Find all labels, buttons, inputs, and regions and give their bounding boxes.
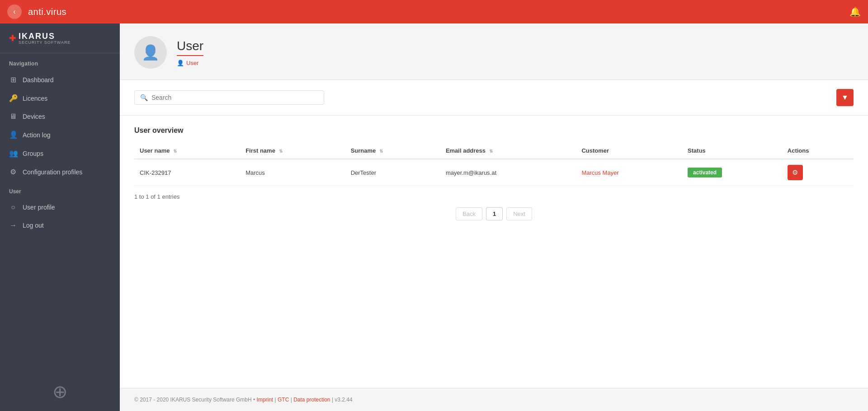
section-title: User overview [134,126,854,135]
footer-bullet: • [253,397,257,403]
sidebar-item-user-profile[interactable]: ○ User profile [0,198,120,216]
nav-section-label: Navigation [0,53,120,70]
search-bar-area: 🔍 ▼ [120,80,868,116]
role-icon: 👤 [177,60,184,66]
table-row: CIK-232917 Marcus DerTester mayer.m@ikar… [134,159,854,186]
profile-avatar: 👤 [134,36,167,69]
cell-email: mayer.m@ikarus.at [440,159,576,186]
cell-status: activated [682,159,782,186]
sidebar-item-licences[interactable]: 🔑 Licences [0,89,120,107]
profile-header: 👤 User 👤 User [120,23,868,80]
col-status-label: Status [688,147,706,154]
cell-firstname: Marcus [240,159,345,186]
footer: © 2017 - 2020 IKARUS Security Software G… [120,388,868,411]
avatar-icon: 👤 [142,44,160,61]
pagination: Back 1 Next [134,207,854,220]
col-status: Status [682,143,782,159]
search-input-wrap: 🔍 [134,90,324,105]
col-email-label: Email address [446,147,486,154]
col-surname: Surname ⇅ [345,143,440,159]
sidebar-item-label: Configuration profiles [23,168,82,176]
filter-button[interactable]: ▼ [836,89,854,106]
sort-icon-username[interactable]: ⇅ [173,149,177,154]
dashboard-icon: ⊞ [9,75,17,84]
sidebar-item-label: User profile [23,204,55,211]
sidebar-bottom-decoration: ⊕ [0,372,120,411]
sort-icon-email[interactable]: ⇅ [489,149,493,154]
footer-link-data-protection[interactable]: Data protection [293,397,330,403]
footer-link-gtc[interactable]: GTC [278,397,289,403]
groups-icon: 👥 [9,149,17,158]
sidebar-item-label: Dashboard [23,76,54,84]
action-settings-button[interactable]: ⚙ [788,165,803,180]
customer-link[interactable]: Marcus Mayer [581,169,618,176]
profile-role-label: User [186,60,198,66]
sidebar-item-dashboard[interactable]: ⊞ Dashboard [0,70,120,89]
sidebar-item-label: Licences [23,95,47,102]
footer-link-imprint[interactable]: Imprint [257,397,274,403]
topbar-title: anti.virus [28,7,66,17]
col-firstname: First name ⇅ [240,143,345,159]
col-firstname-label: First name [245,147,275,154]
sidebar-logo: ✚ IKARUS SECURITY SOFTWARE [0,23,120,53]
col-actions-label: Actions [788,147,809,154]
sidebar-item-label: Groups [23,150,43,157]
logo-cross: ✚ [9,33,16,43]
topbar: ‹ anti.virus 🔔 [0,0,868,23]
main-layout: ✚ IKARUS SECURITY SOFTWARE Navigation ⊞ … [0,23,868,411]
cell-username: CIK-232917 [134,159,240,186]
user-profile-icon: ○ [9,203,17,211]
sort-icon-firstname[interactable]: ⇅ [279,149,283,154]
col-customer-label: Customer [581,147,609,154]
sidebar-item-configuration-profiles[interactable]: ⚙ Configuration profiles [0,163,120,181]
cell-actions: ⚙ [782,159,854,186]
sidebar-item-action-log[interactable]: 👤 Action log [0,126,120,144]
profile-role: 👤 User [177,60,203,66]
user-table: User name ⇅ First name ⇅ Surname ⇅ Ema [134,143,854,186]
table-area: User overview User name ⇅ First name ⇅ [120,116,868,388]
config-profiles-icon: ⚙ [9,168,17,176]
cell-customer: Marcus Mayer [576,159,682,186]
action-log-icon: 👤 [9,131,17,139]
sidebar-item-groups[interactable]: 👥 Groups [0,144,120,163]
next-button-pagination[interactable]: Next [506,207,532,220]
profile-title-area: User 👤 User [177,39,203,66]
sidebar-item-devices[interactable]: 🖥 Devices [0,107,120,126]
sidebar-item-label: Devices [23,113,45,120]
sidebar-item-log-out[interactable]: → Log out [0,216,120,234]
back-button[interactable]: ‹ [7,5,22,19]
filter-icon: ▼ [841,93,849,102]
col-customer: Customer [576,143,682,159]
col-actions: Actions [782,143,854,159]
logo-sub: SECURITY SOFTWARE [19,40,71,45]
logo-text: IKARUS [19,32,55,41]
footer-version: | v3.2.44 [332,397,353,403]
user-section-label: User [0,181,120,198]
sidebar-bottom-icon: ⊕ [9,381,111,402]
col-surname-label: Surname [351,147,376,154]
search-input[interactable] [151,94,318,101]
sidebar-item-label: Action log [23,131,50,139]
footer-copyright: © 2017 - 2020 IKARUS Security Software G… [134,397,252,403]
devices-icon: 🖥 [9,112,17,121]
table-header-row: User name ⇅ First name ⇅ Surname ⇅ Ema [134,143,854,159]
col-username: User name ⇅ [134,143,240,159]
settings-icon: ⚙ [792,168,798,177]
back-button-pagination[interactable]: Back [456,207,482,220]
status-badge: activated [688,168,722,177]
sidebar-item-label: Log out [23,222,44,229]
sort-icon-surname[interactable]: ⇅ [379,149,383,154]
entries-info: 1 to 1 of 1 entries [134,193,854,200]
licences-icon: 🔑 [9,94,17,103]
page-number-1[interactable]: 1 [486,207,503,220]
profile-title: User [177,39,203,56]
cell-surname: DerTester [345,159,440,186]
content-area: 👤 User 👤 User 🔍 ▼ User overview [120,23,868,411]
col-username-label: User name [140,147,170,154]
col-email: Email address ⇅ [440,143,576,159]
logout-icon: → [9,221,17,229]
search-icon: 🔍 [140,94,148,101]
bell-icon[interactable]: 🔔 [849,6,861,17]
sidebar: ✚ IKARUS SECURITY SOFTWARE Navigation ⊞ … [0,23,120,411]
